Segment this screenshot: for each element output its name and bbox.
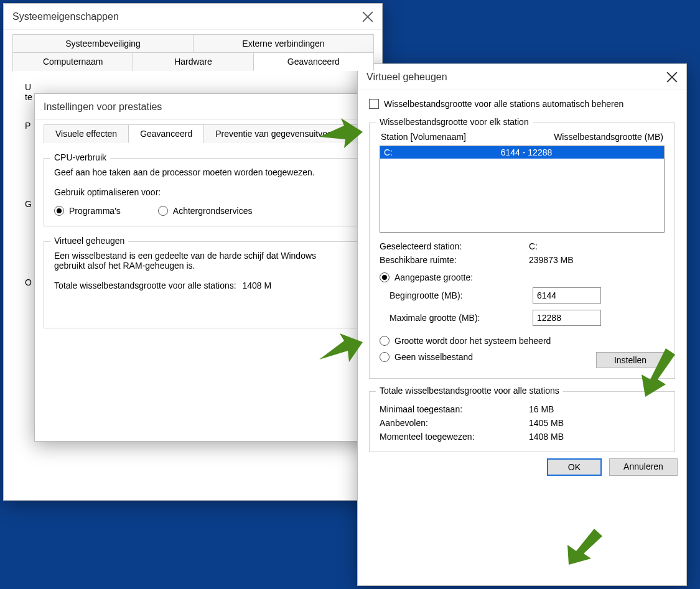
vm-total-value: 1408 M <box>243 281 272 290</box>
drive-size: 6144 - 12288 <box>393 147 660 157</box>
close-icon[interactable] <box>666 72 678 83</box>
space-label: Beschikbare ruimte: <box>380 255 529 265</box>
rec-label: Aanbevolen: <box>380 418 529 428</box>
drive-name: C: <box>384 147 393 157</box>
cpu-group-title: CPU-verbruik <box>50 152 110 162</box>
sysprops-titlebar: Systeemeigenschappen <box>4 4 382 30</box>
radio-system-label: Grootte wordt door het systeem beheerd <box>394 336 551 346</box>
space-value: 239873 MB <box>529 255 574 265</box>
radio-dot-icon <box>380 272 390 282</box>
vm-titlebar: Virtueel geheugen <box>358 64 686 90</box>
drive-listbox[interactable]: C: 6144 - 12288 <box>380 146 665 233</box>
drive-row-c[interactable]: C: 6144 - 12288 <box>380 146 664 159</box>
tabs-row-bottom: Computernaam Hardware Geavanceerd <box>12 52 373 71</box>
col-size: Wisselbestandsgrootte (MB) <box>554 132 663 142</box>
radio-programs[interactable]: Programma's <box>54 206 121 216</box>
initial-size-input[interactable] <box>533 287 601 304</box>
vm-group-title: Virtueel geheugen <box>50 236 128 246</box>
list-header: Station [Volumenaam] Wisselbestandsgroot… <box>380 132 665 143</box>
vm-title: Virtueel geheugen <box>366 72 447 83</box>
rec-value: 1405 MB <box>529 418 564 428</box>
cancel-button[interactable]: Annuleren <box>609 458 678 476</box>
radio-dot-icon <box>54 206 64 216</box>
min-value: 16 MB <box>529 404 554 414</box>
max-size-label: Maximale grootte (MB): <box>390 313 520 323</box>
tab-computername[interactable]: Computernaam <box>12 52 133 71</box>
radio-custom-label: Aangepaste grootte: <box>394 272 473 282</box>
auto-manage-label: Wisselbestandsgrootte voor alle stations… <box>384 99 623 109</box>
radio-no-paging[interactable]: Geen wisselbestand <box>380 352 473 362</box>
per-drive-title: Wisselbestandsgrootte voor elk station <box>376 117 533 127</box>
tabs-row-top: Systeembeveiliging Externe verbindingen <box>12 34 373 52</box>
tab-remote[interactable]: Externe verbindingen <box>193 34 374 52</box>
max-size-input[interactable] <box>533 310 601 326</box>
total-group: Totale wisselbestandsgrootte voor alle s… <box>369 391 675 452</box>
tab-visual-effects[interactable]: Visuele effecten <box>44 124 129 143</box>
selected-station-label: Geselecteerd station: <box>380 241 529 251</box>
radio-none-label: Geen wisselbestand <box>394 352 473 362</box>
perf-title: Instellingen voor prestaties <box>44 101 162 113</box>
radio-programs-label: Programma's <box>69 206 121 216</box>
radio-bg-label: Achtergrondservices <box>173 206 253 216</box>
initial-size-label: Begingrootte (MB): <box>390 290 520 300</box>
radio-empty-icon <box>380 352 390 362</box>
tab-security[interactable]: Systeembeveiliging <box>12 34 194 52</box>
vm-bottom-buttons: OK Annuleren <box>358 452 686 485</box>
selected-station-value: C: <box>529 241 538 251</box>
radio-system-managed[interactable]: Grootte wordt door het systeem beheerd <box>380 336 665 346</box>
ok-button[interactable]: OK <box>547 458 602 476</box>
sysprops-text-u: U <box>25 82 361 92</box>
set-button[interactable]: Instellen <box>596 352 665 368</box>
vm-total-label: Totale wisselbestandsgrootte voor alle s… <box>54 281 236 290</box>
col-station: Station [Volumenaam] <box>381 132 466 142</box>
auto-manage-checkbox[interactable]: Wisselbestandsgrootte voor alle stations… <box>369 99 675 109</box>
radio-background[interactable]: Achtergrondservices <box>158 206 253 216</box>
cpu-text: Geef aan hoe taken aan de processor moet… <box>54 167 322 177</box>
virtual-memory-window: Virtueel geheugen Wisselbestandsgrootte … <box>357 63 687 586</box>
radio-custom-size[interactable]: Aangepaste grootte: <box>380 272 665 282</box>
min-label: Minimaal toegestaan: <box>380 404 529 414</box>
cur-label: Momenteel toegewezen: <box>380 432 529 442</box>
tab-perf-advanced[interactable]: Geavanceerd <box>128 124 204 143</box>
tab-hardware[interactable]: Hardware <box>133 52 253 71</box>
total-group-title: Totale wisselbestandsgrootte voor alle s… <box>376 386 563 396</box>
per-drive-group: Wisselbestandsgrootte voor elk station S… <box>369 123 675 379</box>
close-icon[interactable] <box>362 11 373 22</box>
checkbox-icon <box>369 99 379 109</box>
radio-empty-icon <box>158 206 168 216</box>
sysprops-title: Systeemeigenschappen <box>12 11 119 22</box>
tab-advanced[interactable]: Geavanceerd <box>253 52 374 71</box>
cur-value: 1408 MB <box>529 432 564 442</box>
radio-empty-icon <box>380 336 390 346</box>
vm-text: Een wisselbestand is een gedeelte van de… <box>54 251 340 271</box>
